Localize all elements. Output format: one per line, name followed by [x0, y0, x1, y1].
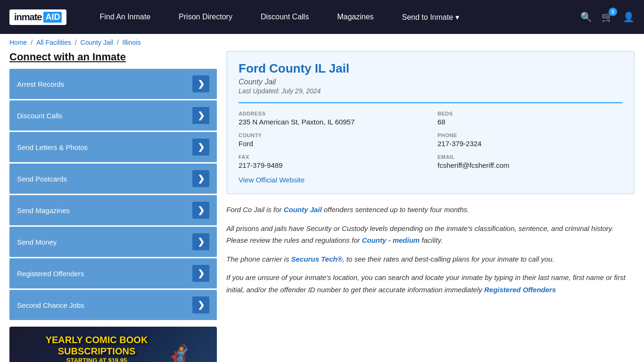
sidebar-arrow-icon: ❯: [192, 139, 209, 156]
breadcrumb-sep-3: /: [117, 39, 121, 46]
nav-find-inmate[interactable]: Find An Inmate: [85, 0, 165, 34]
sidebar-arrow-icon: ❯: [192, 265, 209, 282]
website-block: View Official Website: [239, 176, 622, 184]
facility-card: Ford County IL Jail County Jail Last Upd…: [226, 51, 635, 194]
sidebar-item-send-magazines[interactable]: Send Magazines ❯: [9, 195, 217, 225]
sidebar-item-discount-calls[interactable]: Discount Calls ❯: [9, 100, 217, 131]
fax-block: FAX 217-379-9489: [239, 154, 423, 169]
beds-label: BEDS: [438, 111, 622, 116]
sidebar-arrow-icon: ❯: [192, 233, 209, 250]
county-block: COUNTY Ford: [239, 132, 423, 148]
nav-send-to-inmate[interactable]: Send to Inmate ▾: [388, 0, 473, 34]
breadcrumb-sep-1: /: [31, 39, 34, 46]
nav-magazines[interactable]: Magazines: [323, 0, 388, 34]
description-block: Ford Co Jail is for County Jail offender…: [226, 204, 635, 296]
main-layout: Connect with an Inmate Arrest Records ❯ …: [0, 51, 644, 362]
cart-icon[interactable]: 🛒 0: [602, 11, 613, 23]
sidebar-item-send-money[interactable]: Send Money ❯: [9, 227, 217, 257]
facility-updated: Last Updated: July 29, 2024: [239, 87, 622, 95]
desc-para1-after: offenders sentenced up to twenty four mo…: [322, 206, 470, 214]
nav-prison-directory[interactable]: Prison Directory: [165, 0, 247, 34]
desc-para4-before: If you are unsure of your inmate's locat…: [226, 273, 626, 294]
logo-container[interactable]: inmateAID: [9, 9, 66, 25]
breadcrumb: Home / All Facilities / County Jail / Il…: [0, 34, 644, 51]
sidebar-item-label: Send Money: [17, 238, 57, 246]
desc-para2-after: facility.: [420, 236, 443, 244]
content-area: Ford County IL Jail County Jail Last Upd…: [226, 51, 635, 362]
sidebar-item-label: Send Postcards: [17, 175, 67, 183]
sidebar-item-label: Arrest Records: [17, 80, 64, 88]
sidebar-item-send-letters[interactable]: Send Letters & Photos ❯: [9, 132, 217, 162]
description-para2: All prisons and jails have Security or C…: [226, 222, 635, 247]
sidebar-item-label: Discount Calls: [17, 112, 62, 120]
desc-registered-offenders-link[interactable]: Registered Offenders: [484, 286, 556, 294]
website-link[interactable]: View Official Website: [239, 176, 305, 184]
sidebar-menu: Arrest Records ❯ Discount Calls ❯ Send L…: [9, 69, 217, 320]
beds-value: 68: [438, 118, 622, 126]
sidebar-item-registered-offenders[interactable]: Registered Offenders ❯: [9, 258, 217, 288]
description-para4: If you are unsure of your inmate's locat…: [226, 272, 635, 296]
email-value: fcsheriff@fcsheriff.com: [438, 161, 622, 169]
beds-block: BEDS 68: [438, 111, 622, 126]
logo-aid: AID: [43, 12, 62, 23]
breadcrumb-home[interactable]: Home: [9, 39, 27, 46]
sidebar-item-label: Send Magazines: [17, 206, 70, 214]
logo-box: inmateAID: [9, 9, 66, 25]
breadcrumb-county-jail[interactable]: County Jail: [81, 39, 113, 46]
desc-para1-before: Ford Co Jail is for: [226, 206, 284, 214]
desc-securus-link[interactable]: Securus Tech®: [291, 255, 343, 263]
sidebar-item-label: Second Chance Jobs: [17, 301, 84, 309]
phone-label: PHONE: [438, 132, 622, 138]
desc-para3-after: , to see their rates and best-calling pl…: [342, 255, 554, 263]
ad-banner-title: YEARLY COMIC BOOKSUBSCRIPTIONS: [33, 334, 161, 357]
description-para3: The phone carrier is Securus Tech®, to s…: [226, 253, 635, 265]
desc-county-jail-link[interactable]: County Jail: [284, 206, 322, 214]
county-value: Ford: [239, 140, 423, 148]
breadcrumb-state[interactable]: Illinois: [123, 39, 141, 46]
phone-value: 217-379-2324: [438, 140, 622, 148]
address-block: ADDRESS 235 N American St, Paxton, IL 60…: [239, 111, 423, 126]
cart-badge: 0: [609, 8, 617, 16]
breadcrumb-all-facilities[interactable]: All Facilities: [36, 39, 71, 46]
sidebar: Connect with an Inmate Arrest Records ❯ …: [9, 51, 217, 362]
sidebar-arrow-icon: ❯: [192, 75, 209, 92]
email-block: EMAIL fcsheriff@fcsheriff.com: [438, 154, 622, 169]
nav-discount-calls[interactable]: Discount Calls: [247, 0, 323, 34]
desc-county-medium-link[interactable]: County - medium: [362, 236, 420, 244]
sidebar-item-second-chance-jobs[interactable]: Second Chance Jobs ❯: [9, 290, 217, 320]
facility-name: Ford County IL Jail: [239, 61, 622, 76]
email-label: EMAIL: [438, 154, 622, 160]
sidebar-arrow-icon: ❯: [192, 170, 209, 187]
phone-block: PHONE 217-379-2324: [438, 132, 622, 148]
user-icon[interactable]: 👤: [623, 11, 635, 23]
fax-label: FAX: [239, 154, 423, 160]
county-label: COUNTY: [239, 132, 423, 138]
facility-info-grid: ADDRESS 235 N American St, Paxton, IL 60…: [239, 102, 622, 184]
ad-banner-price: STARTING AT $19.95: [33, 357, 161, 362]
ad-banner-image: 🦸: [165, 344, 193, 362]
sidebar-item-send-postcards[interactable]: Send Postcards ❯: [9, 164, 217, 194]
logo-text: inmate: [14, 12, 41, 23]
desc-para3-before: The phone carrier is: [226, 255, 291, 263]
breadcrumb-sep-2: /: [75, 39, 79, 46]
sidebar-item-arrest-records[interactable]: Arrest Records ❯: [9, 69, 217, 99]
navbar: inmateAID Find An Inmate Prison Director…: [0, 0, 644, 34]
facility-type: County Jail: [239, 78, 622, 86]
navbar-icons: 🔍 🛒 0 👤: [580, 11, 635, 23]
nav-links: Find An Inmate Prison Directory Discount…: [85, 0, 580, 34]
search-icon[interactable]: 🔍: [580, 11, 592, 23]
address-value: 235 N American St, Paxton, IL 60957: [239, 118, 423, 126]
description-para1: Ford Co Jail is for County Jail offender…: [226, 204, 635, 216]
sidebar-item-label: Send Letters & Photos: [17, 143, 88, 151]
sidebar-arrow-icon: ❯: [192, 202, 209, 219]
sidebar-title: Connect with an Inmate: [9, 51, 217, 63]
sidebar-item-label: Registered Offenders: [17, 270, 84, 278]
sidebar-arrow-icon: ❯: [192, 107, 209, 124]
ad-banner[interactable]: YEARLY COMIC BOOKSUBSCRIPTIONS STARTING …: [9, 327, 217, 362]
sidebar-arrow-icon: ❯: [192, 296, 209, 313]
fax-value: 217-379-9489: [239, 161, 423, 169]
address-label: ADDRESS: [239, 111, 423, 116]
